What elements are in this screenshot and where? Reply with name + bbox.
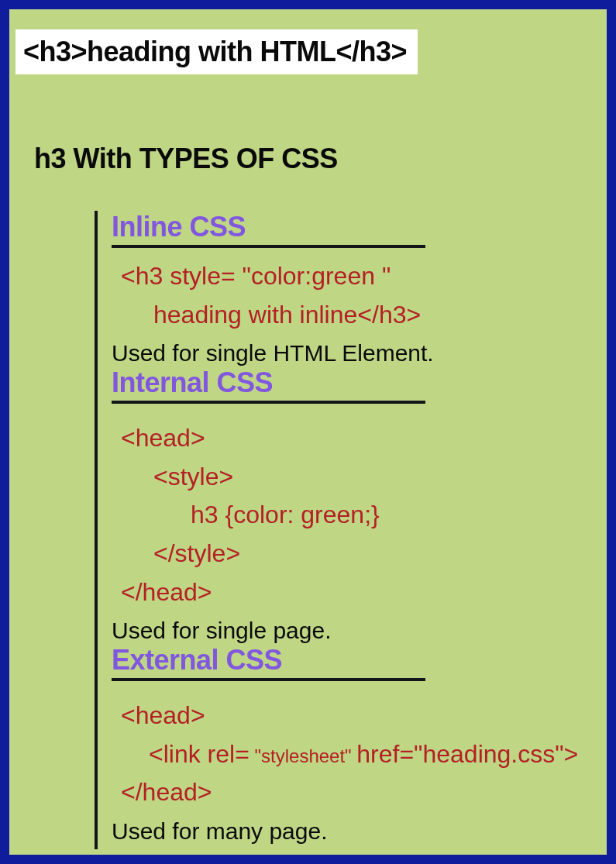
section-title-external: External CSS — [112, 644, 282, 676]
code-fragment: <link rel= — [149, 740, 249, 768]
page-title: <h3>heading with HTML</h3> — [23, 36, 407, 67]
code-line: h3 {color: green;} — [121, 496, 599, 535]
code-line: <head> — [121, 419, 599, 458]
title-box: <h3>heading with HTML</h3> — [15, 29, 418, 74]
subtitle: h3 With TYPES OF CSS — [34, 143, 599, 175]
code-line: heading with inline</h3> — [121, 296, 599, 335]
code-line: </head> — [121, 773, 599, 812]
css-types-tree: Inline CSS <h3 style= "color:green " hea… — [95, 211, 599, 849]
section-title-internal: Internal CSS — [112, 367, 273, 398]
section-header-external: External CSS — [112, 644, 425, 681]
code-external: <head> <link rel= "stylesheet" href="hea… — [121, 697, 599, 812]
code-line: <style> — [121, 458, 599, 497]
section-header-internal: Internal CSS — [112, 367, 425, 404]
section-title-inline: Inline CSS — [112, 211, 246, 243]
code-line: </style> — [121, 535, 599, 573]
code-line: <h3 style= "color:green " — [121, 257, 599, 296]
desc-inline: Used for single HTML Element. — [112, 340, 599, 367]
code-line: </head> — [121, 573, 599, 612]
page-canvas: <h3>heading with HTML</h3> h3 With TYPES… — [9, 9, 607, 855]
desc-external: Used for many page. — [112, 818, 599, 845]
code-internal: <head> <style> h3 {color: green;} </styl… — [121, 419, 599, 611]
desc-internal: Used for single page. — [112, 618, 599, 644]
code-fragment: href="heading.css"> — [356, 740, 578, 768]
code-line: <head> — [121, 697, 599, 735]
code-fragment: "stylesheet" — [249, 745, 356, 766]
code-line: <link rel= "stylesheet" href="heading.cs… — [121, 735, 599, 774]
code-inline: <h3 style= "color:green " heading with i… — [121, 257, 599, 334]
section-header-inline: Inline CSS — [112, 211, 425, 248]
